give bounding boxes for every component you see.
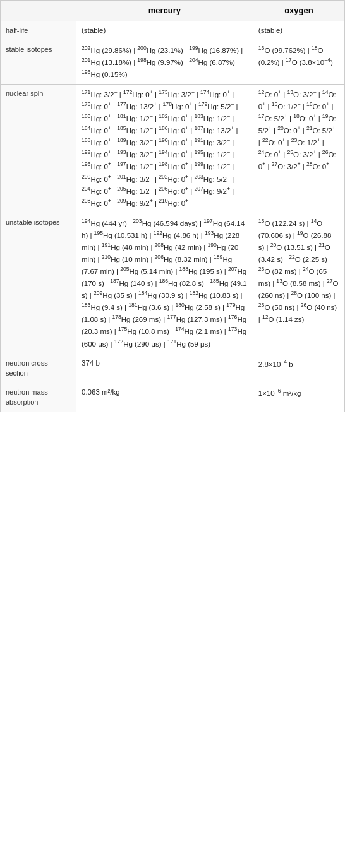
mercury-cell: (stable) bbox=[76, 21, 253, 40]
oxygen-cell: 2.8×10−4 b bbox=[253, 354, 344, 383]
comparison-table: mercury oxygen half-life(stable)(stable)… bbox=[0, 0, 345, 412]
table-row: neutron mass absorption0.063 m²/kg1×10−6… bbox=[1, 383, 345, 412]
mercury-cell: 374 b bbox=[76, 354, 253, 383]
row-label: nuclear spin bbox=[1, 84, 76, 213]
oxygen-cell: 12O: 0+ | 13O: 3/2− | 14O: 0+ | 15O: 1/2… bbox=[253, 84, 344, 213]
table-row: stable isotopes202Hg (29.86%) | 200Hg (2… bbox=[1, 40, 345, 84]
row-label: neutron cross-section bbox=[1, 354, 76, 383]
table-row: nuclear spin171Hg: 3/2− | 172Hg: 0+ | 17… bbox=[1, 84, 345, 213]
row-label: neutron mass absorption bbox=[1, 383, 76, 412]
table-row: unstable isotopes194Hg (444 yr) | 203Hg … bbox=[1, 213, 345, 354]
row-label: unstable isotopes bbox=[1, 213, 76, 354]
header-label bbox=[1, 1, 76, 21]
row-label: stable isotopes bbox=[1, 40, 76, 84]
mercury-cell: 194Hg (444 yr) | 203Hg (46.594 days) | 1… bbox=[76, 213, 253, 354]
mercury-cell: 202Hg (29.86%) | 200Hg (23.1%) | 199Hg (… bbox=[76, 40, 253, 84]
oxygen-cell: 16O (99.762%) | 18O (0.2%) | 17O (3.8×10… bbox=[253, 40, 344, 84]
mercury-cell: 171Hg: 3/2− | 172Hg: 0+ | 173Hg: 3/2− | … bbox=[76, 84, 253, 213]
row-label: half-life bbox=[1, 21, 76, 40]
mercury-cell: 0.063 m²/kg bbox=[76, 383, 253, 412]
header-mercury: mercury bbox=[76, 1, 253, 21]
table-row: half-life(stable)(stable) bbox=[1, 21, 345, 40]
oxygen-cell: 15O (122.24 s) | 14O (70.606 s) | 19O (2… bbox=[253, 213, 344, 354]
table-row: neutron cross-section374 b2.8×10−4 b bbox=[1, 354, 345, 383]
oxygen-cell: 1×10−6 m²/kg bbox=[253, 383, 344, 412]
oxygen-cell: (stable) bbox=[253, 21, 344, 40]
header-oxygen: oxygen bbox=[253, 1, 344, 21]
